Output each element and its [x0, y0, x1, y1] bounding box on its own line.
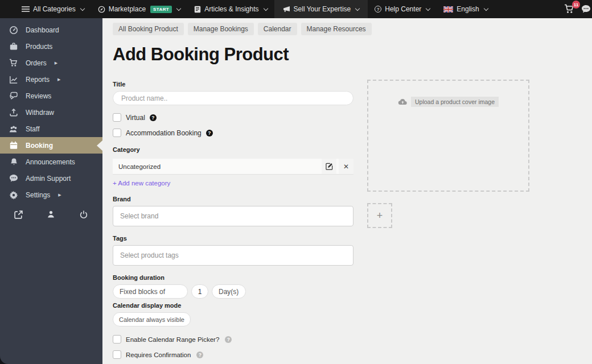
brand-label: Brand: [113, 196, 353, 202]
calendar-icon: [9, 141, 18, 150]
megaphone-icon: [283, 6, 290, 13]
sidebar-item-announcements[interactable]: Announcements: [0, 154, 102, 170]
sidebar-item-label: Settings: [26, 191, 50, 199]
tab-all-booking-product[interactable]: All Booking Product: [113, 23, 184, 35]
category-value: Uncategorized: [118, 163, 161, 170]
requires-confirmation-option: Requires Confirmation ?: [113, 350, 353, 359]
sidebar-item-reviews[interactable]: Reviews: [0, 88, 102, 104]
sidebar-item-withdraw[interactable]: Withdraw: [0, 104, 102, 121]
help-icon[interactable]: ?: [150, 114, 157, 121]
duration-unit-select[interactable]: Day(s): [212, 284, 246, 299]
chevron-down-icon: [355, 6, 360, 10]
duration-type-select[interactable]: Fixed blocks of: [113, 284, 188, 299]
sidebar-item-label: Orders: [26, 59, 47, 67]
sidebar-item-reports[interactable]: Reports ▶: [0, 71, 102, 88]
nav-articles-insights[interactable]: Articles & Insights: [187, 0, 274, 18]
compass-icon: [98, 6, 105, 13]
nav-label: All Categories: [33, 5, 76, 13]
help-icon[interactable]: ?: [206, 130, 213, 136]
chevron-down-icon: [483, 6, 488, 10]
chart-icon: [9, 75, 18, 84]
cloud-upload-icon: [398, 98, 407, 105]
sidebar-item-label: Announcements: [26, 158, 75, 166]
edit-icon: [326, 163, 333, 170]
sidebar-item-label: Staff: [26, 125, 39, 133]
nav-language[interactable]: English: [437, 0, 494, 18]
user-icon[interactable]: [47, 210, 56, 220]
briefcase-icon: [9, 42, 18, 51]
booking-tabs: All Booking Product Manage Bookings Cale…: [102, 18, 592, 35]
add-gallery-image-button[interactable]: +: [367, 203, 392, 228]
nav-sell-your-expertise[interactable]: Sell Your Expertise: [274, 0, 368, 18]
sidebar-item-label: Reviews: [26, 92, 51, 100]
cart-button[interactable]: 11: [564, 4, 575, 14]
calendar-display-mode-select[interactable]: Calendar always visible: [113, 312, 191, 326]
remove-category-button[interactable]: ✕: [339, 159, 353, 174]
tags-select[interactable]: Select product tags: [113, 245, 353, 266]
duration-count-input[interactable]: 1: [191, 284, 208, 299]
sidebar-item-admin-support[interactable]: Admin Support: [0, 170, 102, 187]
submenu-arrow-icon: ▶: [55, 61, 57, 65]
accommodation-checkbox[interactable]: [113, 129, 121, 137]
sidebar-item-label: Reports: [26, 76, 50, 84]
sidebar: Dashboard Products Orders ▶ Reports ▶ Re…: [0, 18, 102, 364]
requires-confirmation-label: Requires Confirmation: [126, 351, 191, 358]
virtual-label: Virtual: [126, 114, 145, 122]
page-title: Add Booking Product: [113, 44, 592, 65]
nav-label: Help Center: [385, 5, 421, 13]
edit-category-button[interactable]: [322, 159, 336, 174]
sidebar-item-settings[interactable]: Settings ▶: [0, 187, 102, 203]
sidebar-item-dashboard[interactable]: Dashboard: [0, 22, 102, 38]
submenu-arrow-icon: ▶: [58, 193, 61, 197]
sidebar-item-staff[interactable]: Staff: [0, 121, 102, 137]
help-icon: ?: [375, 6, 381, 13]
cover-upload-inner: Upload a product cover image: [368, 97, 528, 107]
submenu-arrow-icon: ▶: [57, 77, 60, 82]
cart-count-badge: 11: [572, 1, 580, 9]
sidebar-item-label: Booking: [26, 142, 53, 150]
tab-manage-resources[interactable]: Manage Resources: [301, 23, 372, 35]
chevron-down-icon: [80, 6, 84, 10]
chevron-down-icon: [263, 6, 268, 10]
book-icon: [194, 6, 201, 13]
cover-image-dropzone[interactable]: Upload a product cover image: [367, 80, 529, 192]
nav-label: Articles & Insights: [204, 5, 258, 13]
power-icon[interactable]: [79, 210, 89, 220]
chevron-down-icon: [176, 6, 181, 10]
nav-help-center[interactable]: ? Help Center: [368, 0, 437, 18]
sidebar-item-booking[interactable]: Booking: [0, 137, 102, 154]
sidebar-item-label: Dashboard: [26, 26, 59, 34]
product-name-input[interactable]: [113, 91, 353, 105]
sidebar-item-orders[interactable]: Orders ▶: [0, 55, 102, 71]
range-picker-checkbox[interactable]: [113, 335, 121, 344]
plus-icon: +: [377, 210, 383, 222]
sidebar-item-products[interactable]: Products: [0, 38, 102, 55]
nav-all-categories[interactable]: All Categories: [15, 0, 91, 18]
help-icon[interactable]: ?: [196, 351, 203, 358]
category-row: Uncategorized ✕: [113, 159, 353, 175]
tags-label: Tags: [113, 235, 353, 242]
add-new-category-link[interactable]: + Add new category: [113, 180, 170, 187]
booking-duration-label: Booking duration: [113, 274, 353, 281]
chat-button[interactable]: [581, 5, 591, 14]
gear-icon: [9, 191, 18, 200]
virtual-checkbox[interactable]: [113, 113, 121, 122]
withdraw-icon: [9, 108, 18, 117]
requires-confirmation-checkbox[interactable]: [113, 350, 121, 359]
sidebar-item-label: Products: [26, 43, 52, 51]
brand-select[interactable]: Select brand: [113, 206, 353, 226]
chat-icon: [581, 5, 591, 14]
tab-manage-bookings[interactable]: Manage Bookings: [188, 23, 254, 35]
nav-marketplace[interactable]: Marketplace START: [91, 0, 187, 18]
cart-icon: [9, 59, 18, 68]
help-icon[interactable]: ?: [225, 336, 232, 343]
upload-cover-button[interactable]: Upload a product cover image: [411, 97, 499, 107]
support-icon: [9, 174, 18, 183]
external-link-icon[interactable]: [14, 210, 23, 220]
gauge-icon: [9, 26, 18, 35]
navbar-left-group: All Categories Marketplace START Article…: [0, 0, 495, 18]
close-icon: ✕: [343, 163, 349, 171]
title-label: Title: [113, 81, 353, 88]
tab-calendar[interactable]: Calendar: [258, 23, 297, 35]
category-actions: ✕: [322, 159, 353, 174]
